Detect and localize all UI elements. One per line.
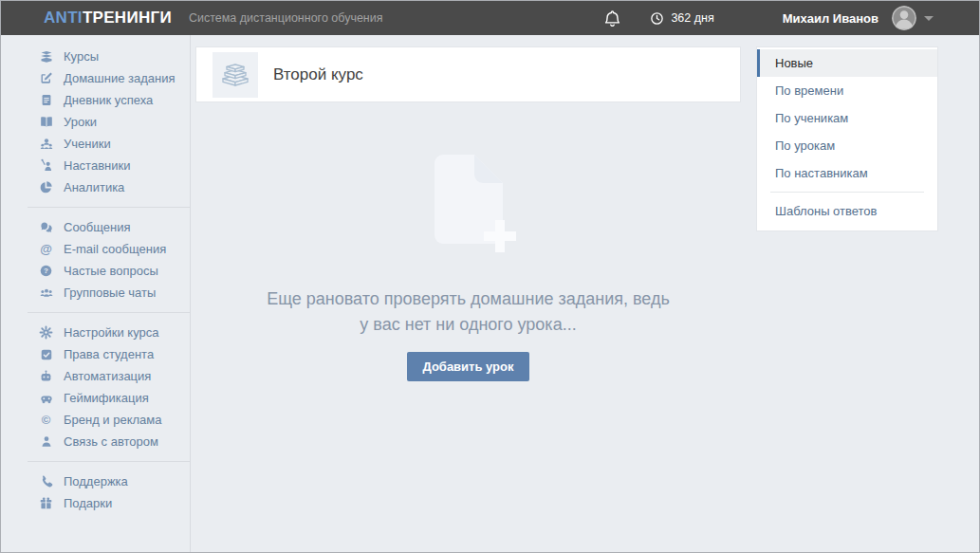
days-remaining-badge[interactable]: 362 дня bbox=[650, 11, 713, 26]
gift-icon bbox=[38, 496, 54, 511]
sidebar-item-brand-ads[interactable]: © Бренд и реклама bbox=[1, 409, 190, 431]
books-stack-icon bbox=[38, 49, 54, 65]
sidebar-item-label: Подарки bbox=[64, 496, 112, 510]
sidebar-item-contact-author[interactable]: Связь с автором bbox=[1, 431, 190, 452]
app-logo[interactable]: ANTIТРЕНИНГИ bbox=[44, 9, 172, 28]
gamepad-icon bbox=[38, 391, 54, 406]
empty-message-line2: у вас нет ни одного урока... bbox=[360, 315, 576, 334]
open-book-icon bbox=[38, 115, 54, 130]
sidebar-divider bbox=[28, 312, 190, 313]
course-title: Второй курс bbox=[273, 65, 363, 84]
app-window: ANTIТРЕНИНГИ Система дистанционного обуч… bbox=[0, 0, 980, 553]
sidebar-item-label: Уроки bbox=[64, 115, 97, 129]
sidebar-item-label: Настройки курса bbox=[64, 325, 159, 340]
sidebar-item-label: Курсы bbox=[64, 49, 99, 64]
days-remaining-label: 362 дня bbox=[671, 11, 713, 25]
logo-rest: ТРЕНИНГИ bbox=[83, 9, 172, 27]
sidebar-item-label: Связь с автором bbox=[64, 434, 158, 449]
person-icon bbox=[38, 434, 54, 450]
sidebar-item-faq[interactable]: ? Частые вопросы bbox=[1, 260, 190, 282]
bell-icon bbox=[603, 9, 621, 28]
sidebar-item-email[interactable]: @ E-mail сообщения bbox=[1, 238, 190, 260]
sidebar-item-group-chats[interactable]: Групповые чаты bbox=[1, 282, 190, 304]
filter-item-by-time[interactable]: По времени bbox=[757, 77, 937, 104]
empty-message-line1: Еще рановато проверять домашние задания,… bbox=[267, 289, 670, 308]
avatar[interactable] bbox=[892, 6, 916, 30]
empty-message: Еще рановато проверять домашние задания,… bbox=[195, 286, 741, 338]
filters-divider bbox=[770, 192, 924, 193]
sidebar-item-label: Геймификация bbox=[64, 391, 149, 405]
sidebar-item-mentors[interactable]: Наставники bbox=[1, 155, 190, 176]
filters-panel: Новые По времени По ученикам По урокам П… bbox=[756, 46, 938, 231]
sidebar-item-label: Автоматизация bbox=[64, 369, 151, 383]
topbar: ANTIТРЕНИНГИ Система дистанционного обуч… bbox=[1, 1, 979, 35]
document-lines-icon bbox=[38, 93, 54, 108]
filter-item-by-lessons[interactable]: По урокам bbox=[757, 132, 937, 159]
copyright-icon: © bbox=[38, 413, 54, 428]
chat-bubbles-icon bbox=[38, 220, 54, 235]
group-chat-icon bbox=[38, 286, 54, 301]
sidebar-item-gifts[interactable]: Подарки bbox=[1, 492, 190, 514]
at-sign-icon: @ bbox=[38, 242, 54, 257]
sidebar-item-label: E-mail сообщения bbox=[64, 242, 166, 256]
user-name[interactable]: Михаил Иванов bbox=[783, 11, 878, 26]
main-content: Второй курс Еще рановато проверять домаш… bbox=[191, 35, 749, 553]
sidebar-item-label: Ученики bbox=[64, 137, 111, 151]
app-subtitle: Система дистанционного обучения bbox=[189, 11, 383, 25]
sidebar-item-students[interactable]: Ученики bbox=[1, 133, 190, 155]
pie-chart-icon bbox=[38, 180, 54, 195]
sidebar-item-label: Поддержка bbox=[64, 474, 128, 488]
sidebar-item-messages[interactable]: Сообщения bbox=[1, 216, 190, 238]
chevron-down-icon[interactable] bbox=[924, 16, 934, 21]
sidebar-divider bbox=[28, 461, 190, 462]
filter-item-new[interactable]: Новые bbox=[757, 49, 937, 77]
phone-icon bbox=[38, 474, 54, 489]
clock-icon bbox=[650, 11, 664, 26]
svg-text:?: ? bbox=[44, 267, 48, 275]
question-circle-icon: ? bbox=[38, 264, 54, 279]
empty-state: Еще рановато проверять домашние задания,… bbox=[195, 102, 741, 381]
sidebar-item-automation[interactable]: Автоматизация bbox=[1, 365, 190, 387]
sidebar-item-support[interactable]: Поддержка bbox=[1, 470, 190, 492]
checkbox-check-icon bbox=[38, 347, 54, 362]
pencil-square-icon bbox=[38, 71, 54, 86]
course-card[interactable]: Второй курс bbox=[195, 46, 741, 102]
mentor-pointer-icon bbox=[38, 158, 54, 174]
answer-templates-link[interactable]: Шаблоны ответов bbox=[757, 197, 937, 225]
sidebar-item-analytics[interactable]: Аналитика bbox=[1, 176, 190, 198]
notifications-bell-icon[interactable] bbox=[603, 9, 621, 28]
sidebar-item-label: Аналитика bbox=[64, 180, 124, 194]
sidebar-item-label: Домашние задания bbox=[64, 71, 176, 85]
sidebar-item-course-settings[interactable]: Настройки курса bbox=[1, 322, 190, 343]
sidebar-item-label: Групповые чаты bbox=[64, 286, 156, 300]
sidebar: Курсы Домашние задания Дневник успеха Ур… bbox=[1, 35, 191, 553]
sidebar-divider bbox=[28, 207, 190, 208]
sidebar-item-label: Бренд и реклама bbox=[64, 413, 162, 427]
filter-item-by-students[interactable]: По ученикам bbox=[757, 104, 937, 132]
students-group-icon bbox=[38, 137, 54, 152]
empty-document-plus-icon bbox=[419, 154, 518, 252]
filter-item-by-mentors[interactable]: По наставникам bbox=[757, 159, 937, 187]
sidebar-item-homework[interactable]: Домашние задания bbox=[1, 67, 190, 89]
add-lesson-button[interactable]: Добавить урок bbox=[407, 352, 528, 381]
sidebar-item-label: Сообщения bbox=[64, 220, 131, 234]
sidebar-item-label: Права студента bbox=[64, 347, 154, 361]
avatar-placeholder-icon bbox=[892, 6, 916, 30]
sidebar-item-label: Частые вопросы bbox=[64, 264, 158, 278]
sidebar-item-student-rights[interactable]: Права студента bbox=[1, 343, 190, 365]
sidebar-item-gamification[interactable]: Геймификация bbox=[1, 387, 190, 409]
robot-icon bbox=[38, 369, 54, 384]
sidebar-item-label: Дневник успеха bbox=[64, 93, 153, 107]
sidebar-item-lessons[interactable]: Уроки bbox=[1, 111, 190, 133]
course-books-icon bbox=[213, 52, 258, 98]
sidebar-item-courses[interactable]: Курсы bbox=[1, 46, 190, 67]
sidebar-item-diary[interactable]: Дневник успеха bbox=[1, 89, 190, 111]
sidebar-item-label: Наставники bbox=[64, 158, 130, 173]
page-body: Курсы Домашние задания Дневник успеха Ур… bbox=[1, 35, 979, 553]
logo-accent: ANTI bbox=[44, 9, 83, 27]
gear-icon bbox=[38, 325, 54, 341]
